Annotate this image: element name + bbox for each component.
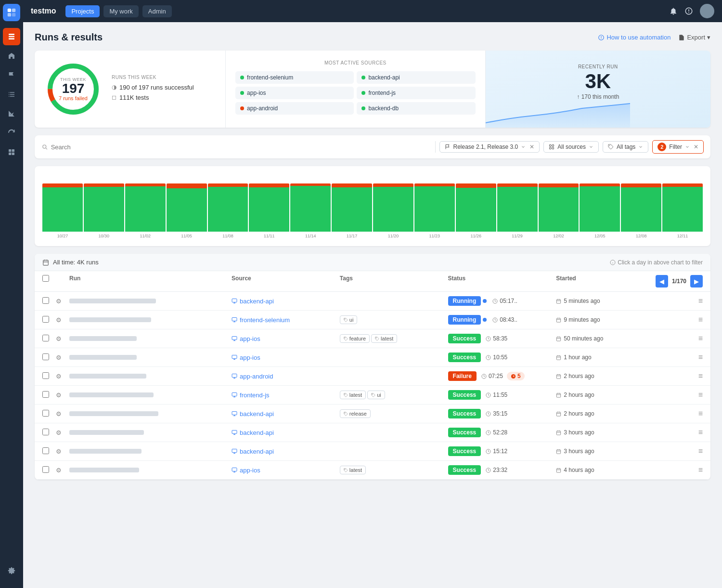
run-name-cell: [69, 317, 232, 322]
row-checkbox[interactable]: [42, 316, 49, 323]
row-gear-button[interactable]: ⚙: [56, 392, 62, 399]
help-link[interactable]: How to use automation: [598, 34, 670, 41]
nav-projects-button[interactable]: Projects: [65, 5, 100, 17]
source-link[interactable]: backend-api: [232, 429, 340, 436]
row-menu-cell: ≡: [664, 334, 703, 343]
row-gear-button[interactable]: ⚙: [56, 410, 62, 418]
source-link[interactable]: frontend-js: [232, 392, 340, 399]
status-cell: Success52:28: [448, 428, 556, 437]
sidebar-item-refresh[interactable]: [3, 124, 20, 142]
svg-rect-47: [232, 393, 237, 396]
row-menu-cell: ≡: [664, 315, 703, 324]
sidebar-item-flag[interactable]: [3, 66, 20, 84]
tag-chip[interactable]: latest: [340, 466, 366, 474]
page-indicator: 1/170: [670, 278, 688, 285]
source-link[interactable]: backend-api: [232, 448, 340, 455]
row-checkbox[interactable]: [42, 429, 49, 435]
release-filter-chip[interactable]: Release 2.1, Release 3.0 ✕: [439, 141, 540, 153]
release-filter-clear[interactable]: ✕: [529, 144, 534, 150]
row-menu-button[interactable]: ≡: [698, 409, 703, 418]
svg-rect-39: [232, 355, 237, 359]
next-page-button[interactable]: ▶: [690, 275, 703, 287]
sidebar-item-grid[interactable]: [3, 144, 20, 161]
row-menu-button[interactable]: ≡: [698, 372, 703, 380]
source-link[interactable]: app-ios: [232, 354, 340, 361]
row-menu-button[interactable]: ≡: [698, 297, 703, 305]
row-checkbox[interactable]: [42, 410, 49, 417]
row-gear-button[interactable]: ⚙: [56, 298, 62, 305]
source-app-ios[interactable]: app-ios: [235, 87, 354, 99]
filter-clear[interactable]: ✕: [694, 144, 698, 150]
source-frontend-selenium[interactable]: frontend-selenium: [235, 71, 354, 84]
tags-cell: ui: [340, 315, 448, 324]
svg-point-24: [609, 145, 610, 146]
source-link[interactable]: backend-api: [232, 410, 340, 418]
sidebar-item-runs[interactable]: [3, 28, 20, 45]
select-all-checkbox[interactable]: [42, 275, 49, 282]
tag-icon: [344, 468, 348, 472]
source-link[interactable]: app-android: [232, 373, 340, 380]
row-menu-button[interactable]: ≡: [698, 428, 703, 437]
row-checkbox[interactable]: [42, 297, 49, 304]
sidebar-item-settings[interactable]: [3, 562, 20, 579]
export-button[interactable]: Export ▾: [678, 34, 710, 41]
chevron-down-icon2: [589, 144, 593, 149]
row-gear-button[interactable]: ⚙: [56, 373, 62, 380]
sidebar-item-home[interactable]: [3, 47, 20, 65]
clock-icon: [486, 430, 491, 435]
tag-chip[interactable]: latest: [371, 334, 397, 343]
row-menu-button[interactable]: ≡: [698, 466, 703, 474]
chart-labels: 10/2710/3011/0211/0511/0811/1111/1411/17…: [42, 234, 703, 238]
row-gear-button[interactable]: ⚙: [56, 429, 62, 436]
tags-filter-chip[interactable]: All tags: [603, 141, 648, 153]
help-icon[interactable]: [684, 7, 693, 15]
source-backend-db[interactable]: backend-db: [357, 102, 475, 115]
source-link[interactable]: frontend-selenium: [232, 316, 340, 324]
row-gear-button[interactable]: ⚙: [56, 448, 62, 455]
clock-icon: [486, 468, 491, 473]
row-gear-button[interactable]: ⚙: [56, 316, 62, 324]
duration-value: 08:43..: [492, 316, 517, 323]
row-checkbox[interactable]: [42, 335, 49, 341]
source-link[interactable]: app-ios: [232, 467, 340, 474]
sidebar-item-list[interactable]: [3, 86, 20, 103]
source-app-android[interactable]: app-android: [235, 102, 354, 115]
bell-icon[interactable]: [669, 7, 678, 15]
source-link[interactable]: app-ios: [232, 335, 340, 342]
run-name-cell: [69, 430, 232, 435]
sidebar-item-chart[interactable]: [3, 105, 20, 122]
tag-chip[interactable]: feature: [340, 334, 370, 343]
row-gear-button[interactable]: ⚙: [56, 467, 62, 474]
tag-chip[interactable]: release: [340, 409, 371, 418]
tag-chip[interactable]: ui: [367, 391, 385, 399]
source-backend-api[interactable]: backend-api: [357, 71, 475, 84]
search-input[interactable]: [51, 144, 431, 151]
row-checkbox[interactable]: [42, 353, 49, 360]
row-gear-button[interactable]: ⚙: [56, 354, 62, 361]
row-gear-button[interactable]: ⚙: [56, 335, 62, 342]
row-checkbox[interactable]: [42, 447, 49, 454]
row-menu-button[interactable]: ≡: [698, 315, 703, 324]
source-frontend-js[interactable]: frontend-js: [357, 87, 475, 99]
filter-chip[interactable]: 2 Filter ✕: [652, 140, 704, 154]
tag-chip[interactable]: ui: [340, 315, 358, 324]
row-menu-button[interactable]: ≡: [698, 334, 703, 343]
svg-point-49: [372, 394, 373, 394]
sources-filter-chip[interactable]: All sources: [543, 141, 599, 153]
clock-icon: [486, 392, 491, 398]
nav-mywork-button[interactable]: My work: [103, 5, 138, 17]
row-checkbox[interactable]: [42, 372, 49, 379]
row-menu-cell: ≡: [664, 353, 703, 362]
row-menu-button[interactable]: ≡: [698, 391, 703, 399]
running-dot: [483, 299, 487, 303]
row-checkbox[interactable]: [42, 391, 49, 398]
row-menu-button[interactable]: ≡: [698, 447, 703, 456]
sidebar-logo[interactable]: [3, 4, 20, 21]
row-menu-button[interactable]: ≡: [698, 353, 703, 362]
row-checkbox[interactable]: [42, 466, 49, 473]
tag-chip[interactable]: latest: [340, 391, 366, 399]
user-avatar[interactable]: [700, 4, 714, 18]
nav-admin-button[interactable]: Admin: [142, 5, 172, 17]
source-link[interactable]: backend-api: [232, 298, 340, 305]
prev-page-button[interactable]: ◀: [656, 275, 668, 287]
